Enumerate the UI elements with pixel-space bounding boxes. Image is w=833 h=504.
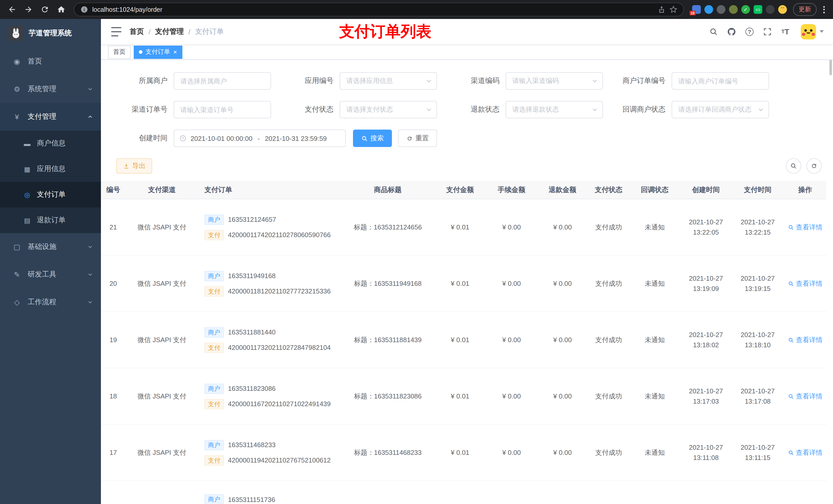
sidebar-item-system[interactable]: ⚙ 系统管理 — [0, 75, 101, 103]
sidebar-item-label: 应用信息 — [37, 164, 66, 174]
sidebar-item-merchant-info[interactable]: ▬ 商户信息 — [0, 130, 101, 156]
reset-button[interactable]: 重置 — [398, 129, 437, 147]
view-detail-link[interactable]: 查看详情 — [788, 391, 823, 401]
view-detail-link[interactable]: 查看详情 — [788, 448, 823, 457]
sidebar-item-home[interactable]: ◉ 首页 — [0, 48, 101, 75]
share-icon[interactable] — [658, 6, 665, 13]
channel-order-no-input[interactable] — [174, 101, 271, 118]
order-id: 17 — [101, 449, 125, 456]
pay-channel: 微信 JSAPI 支付 — [125, 448, 198, 457]
export-label: 导出 — [132, 161, 145, 171]
view-detail-link[interactable]: 查看详情 — [788, 335, 823, 344]
top-navbar: 首页 / 支付管理 / 支付订单 支付订单列表 ? — [101, 19, 833, 45]
pay-tag: 支付 — [205, 342, 224, 353]
filter-label: 创建时间 — [117, 134, 174, 143]
sidebar-item-refund-order[interactable]: ▤ 退款订单 — [0, 208, 101, 233]
breadcrumb-separator: / — [148, 27, 151, 35]
search-icon — [709, 27, 718, 36]
sidebar-item-workflow[interactable]: ◇ 工作流程 — [0, 288, 101, 316]
breadcrumb-home[interactable]: 首页 — [129, 27, 144, 36]
search-button[interactable] — [709, 27, 718, 36]
address-bar[interactable]: localhost:1024/pay/order — [74, 3, 684, 16]
site-info-icon[interactable] — [80, 6, 88, 13]
extension-icon-8[interactable]: ˆˆ — [778, 5, 787, 14]
create-time-range-picker[interactable]: 2021-10-01 00:00:00 - 2021-10-31 23:59:5… — [174, 129, 346, 147]
sidebar-item-app-info[interactable]: ▦ 应用信息 — [0, 156, 101, 182]
pay-amount: ¥ 0.01 — [434, 449, 486, 456]
sidebar-toggle-button[interactable] — [111, 27, 121, 36]
sidebar-item-payment[interactable]: ¥ 支付管理 — [0, 103, 101, 130]
extension-icon-6[interactable]: ▭ — [754, 5, 762, 14]
help-button[interactable]: ? — [745, 27, 754, 36]
pay-amount: ¥ 0.01 — [434, 336, 486, 344]
fullscreen-button[interactable] — [763, 27, 772, 36]
search-submit-button[interactable]: 搜索 — [353, 129, 392, 147]
view-detail-link[interactable]: 查看详情 — [788, 279, 823, 288]
merchant-input[interactable] — [174, 72, 271, 90]
chevron-up-icon — [88, 114, 93, 119]
sidebar-logo[interactable]: 芋道管理系统 — [0, 19, 101, 48]
extension-icon-4[interactable] — [729, 5, 738, 14]
extension-icon-1[interactable]: 10 — [692, 5, 701, 14]
view-detail-link[interactable]: 查看详情 — [788, 222, 823, 232]
notify-status-select[interactable]: 请选择订单回调商户状态 — [672, 101, 769, 118]
tab-pay-order[interactable]: 支付订单 × — [134, 45, 182, 58]
gear-icon: ⚙ — [12, 85, 22, 93]
toggle-search-button[interactable] — [786, 158, 801, 174]
browser-update-button[interactable]: 更新 — [793, 3, 817, 16]
channel-code-select[interactable]: 请输入渠道编码 — [506, 72, 603, 90]
merchant-order-no: 1635312124657 — [228, 216, 276, 223]
pay-time: 2021-10-2713:18:10 — [732, 330, 784, 350]
pay-order-cell: 商户1635311881440 支付4200001173202110272847… — [198, 327, 342, 353]
notify-status: 未通知 — [629, 335, 680, 344]
breadcrumb-payment[interactable]: 支付管理 — [155, 27, 184, 36]
refresh-table-button[interactable] — [806, 158, 822, 174]
document-icon: ▤ — [23, 216, 32, 224]
sidebar-item-devtools[interactable]: ✎ 研发工具 — [0, 261, 101, 288]
tab-label: 支付订单 — [145, 48, 170, 56]
browser-back-button[interactable] — [4, 2, 20, 17]
user-menu[interactable] — [801, 24, 824, 39]
extension-icon-7[interactable] — [766, 5, 775, 14]
export-button[interactable]: 导出 — [116, 158, 152, 174]
pay-time: 2021-10-2713:19:15 — [732, 273, 784, 294]
pay-amount: ¥ 0.01 — [434, 392, 486, 400]
extension-strip: 10 ✓ ▭ ˆˆ — [692, 5, 787, 14]
browser-reload-button[interactable] — [37, 2, 52, 17]
sidebar-item-label: 商户信息 — [37, 139, 66, 148]
extension-icon-2[interactable] — [705, 5, 713, 14]
back-icon — [7, 5, 16, 14]
pay-status: 支付成功 — [588, 222, 629, 232]
sidebar-item-label: 支付管理 — [28, 112, 56, 121]
pay-status-select[interactable]: 请选择支付状态 — [340, 101, 437, 118]
browser-chrome: localhost:1024/pay/order 10 ✓ ▭ ˆˆ 更新 — [0, 0, 833, 19]
table-row: 20 微信 JSAPI 支付 商户1635311949168 支付4200001… — [101, 256, 826, 312]
merchant-order-no-input[interactable] — [672, 72, 769, 90]
extension-icon-5[interactable]: ✓ — [741, 5, 750, 14]
bookmark-star-icon[interactable] — [670, 6, 677, 13]
sidebar-item-pay-order[interactable]: ◎ 支付订单 — [0, 182, 101, 208]
goods-title: 标题：1635311823086 — [342, 391, 434, 401]
refund-amount: ¥ 0.00 — [537, 392, 588, 400]
github-button[interactable] — [727, 27, 736, 36]
font-size-button[interactable]: TT — [781, 27, 790, 36]
notify-status: 未通知 — [629, 222, 680, 232]
merchant-order-no: 1635311823086 — [228, 385, 276, 392]
extension-icon-3[interactable] — [717, 5, 725, 14]
pay-order-cell: 商户1635311949168 支付4200001181202110277723… — [198, 271, 342, 296]
filter-label: 退款状态 — [449, 105, 506, 114]
github-icon — [727, 27, 736, 36]
chevron-down-icon — [88, 244, 93, 249]
tab-home[interactable]: 首页 — [108, 45, 130, 58]
browser-home-button[interactable] — [53, 2, 69, 17]
refund-status-select[interactable]: 请选择退款状态 — [506, 101, 603, 118]
column-header: 支付状态 — [588, 185, 629, 194]
goods-title: 标题：1635312124656 — [342, 222, 434, 232]
sidebar-item-infrastructure[interactable]: ▢ 基础设施 — [0, 233, 101, 261]
fullscreen-icon — [763, 27, 772, 36]
yen-icon: ¥ — [12, 113, 22, 121]
browser-menu-button[interactable] — [820, 3, 828, 16]
browser-forward-button[interactable] — [21, 2, 36, 17]
app-select[interactable]: 请选择应用信息 — [340, 72, 437, 90]
close-icon[interactable]: × — [173, 49, 177, 55]
